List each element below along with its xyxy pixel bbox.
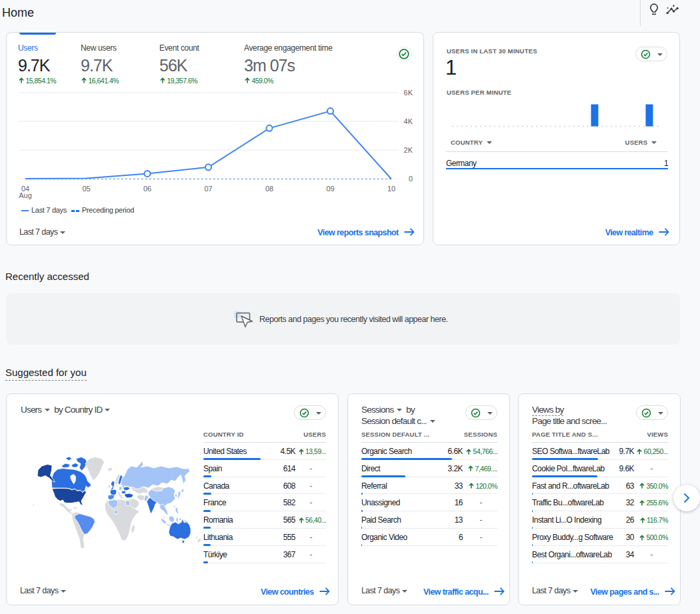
svg-text:0: 0 <box>409 175 413 183</box>
svg-text:4K: 4K <box>404 117 413 125</box>
svg-text:10: 10 <box>387 185 395 193</box>
svg-text:08: 08 <box>265 185 273 193</box>
svg-text:6K: 6K <box>404 89 413 97</box>
svg-text:09: 09 <box>326 185 334 193</box>
svg-text:2K: 2K <box>404 146 413 154</box>
svg-text:05: 05 <box>82 185 90 193</box>
svg-text:Aug: Aug <box>19 191 32 199</box>
svg-text:07: 07 <box>204 185 212 193</box>
svg-text:06: 06 <box>143 185 151 193</box>
